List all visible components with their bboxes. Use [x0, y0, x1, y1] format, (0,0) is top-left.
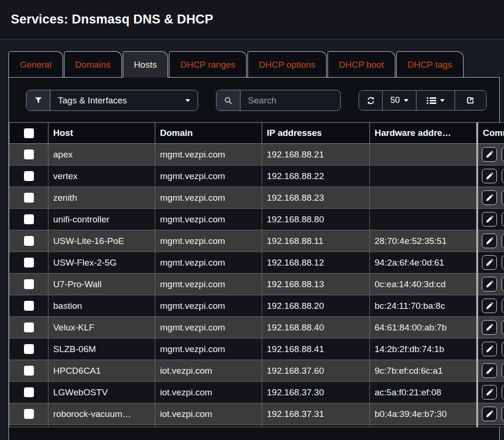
- tab-label: DHCP boot: [339, 60, 384, 70]
- table-row: Velux-KLF mgmt.vezpi.com 192.168.88.40 6…: [9, 317, 504, 338]
- column-header-domain[interactable]: Domain: [155, 123, 262, 144]
- hardware-cell: [370, 144, 478, 165]
- column-selector-dropdown[interactable]: [416, 91, 455, 110]
- column-header-ip[interactable]: IP addresses: [262, 123, 370, 144]
- host-cell: unifi-controller: [48, 209, 155, 230]
- host-cell: bastion: [48, 295, 155, 317]
- edit-button[interactable]: [482, 147, 497, 162]
- hardware-cell: [370, 165, 478, 187]
- refresh-icon: [367, 96, 375, 105]
- tab-general[interactable]: General: [8, 51, 63, 77]
- row-checkbox[interactable]: [24, 344, 34, 354]
- row-checkbox[interactable]: [24, 301, 34, 311]
- column-header-host[interactable]: Host: [48, 123, 155, 144]
- copy-button[interactable]: [502, 385, 504, 400]
- hardware-cell: 0c:ea:14:40:3d:cd: [370, 274, 478, 295]
- copy-button[interactable]: [502, 190, 504, 205]
- host-cell: USW-Flex-2-5G: [48, 252, 155, 274]
- table-row-partial: [9, 425, 504, 427]
- copy-button[interactable]: [502, 407, 504, 421]
- copy-button[interactable]: [502, 320, 504, 335]
- edit-button[interactable]: [482, 407, 497, 421]
- edit-button[interactable]: [482, 277, 497, 291]
- copy-button[interactable]: [502, 342, 504, 356]
- tab-label: Domains: [75, 60, 111, 70]
- pencil-icon: [486, 194, 494, 202]
- domain-cell: mgmt.vezpi.com: [155, 144, 262, 165]
- tab-domains[interactable]: Domains: [64, 51, 122, 77]
- tab-dhcp-boot[interactable]: DHCP boot: [328, 51, 395, 77]
- table-row: apex mgmt.vezpi.com 192.168.88.21: [9, 144, 504, 165]
- host-cell: HPCD6CA1: [48, 360, 155, 382]
- host-cell: SLZB-06M: [48, 338, 155, 360]
- pencil-icon: [486, 172, 494, 180]
- copy-button[interactable]: [502, 212, 504, 227]
- copy-button[interactable]: [502, 277, 504, 291]
- ip-cell: 192.168.37.31: [262, 403, 370, 425]
- hardware-cell: bc:24:11:70:ba:8c: [370, 295, 478, 317]
- hardware-cell: ac:5a:f0:21:ef:08: [370, 382, 478, 403]
- table-header-row: Host Domain IP addresses Hardware addre……: [9, 123, 504, 144]
- ip-cell: 192.168.88.40: [262, 317, 370, 338]
- select-all-checkbox[interactable]: [24, 128, 34, 138]
- filter-dropdown[interactable]: Tags & Interfaces: [26, 90, 198, 111]
- edit-button[interactable]: [482, 320, 497, 335]
- row-checkbox[interactable]: [24, 149, 34, 159]
- row-checkbox[interactable]: [24, 322, 34, 332]
- copy-button[interactable]: [502, 169, 504, 183]
- row-checkbox[interactable]: [24, 279, 34, 289]
- table-row: USW-Flex-2-5G mgmt.vezpi.com 192.168.88.…: [9, 252, 504, 274]
- tab-dhcp-ranges[interactable]: DHCP ranges: [169, 51, 247, 77]
- refresh-button[interactable]: [359, 91, 383, 110]
- pencil-icon: [486, 323, 494, 331]
- ip-cell: 192.168.88.13: [262, 274, 370, 295]
- edit-button[interactable]: [482, 169, 497, 183]
- pencil-icon: [486, 259, 494, 267]
- table-row: HPCD6CA1 iot.vezpi.com 192.168.37.60 9c:…: [9, 360, 504, 382]
- chevron-down-icon: [185, 99, 190, 102]
- page-size-dropdown[interactable]: 50: [383, 91, 416, 110]
- edit-button[interactable]: [482, 299, 497, 313]
- edit-button[interactable]: [482, 234, 497, 248]
- select-all-header: [9, 123, 48, 144]
- row-checkbox[interactable]: [24, 366, 34, 376]
- search-input[interactable]: [240, 90, 340, 110]
- row-checkbox[interactable]: [24, 258, 34, 267]
- copy-button[interactable]: [502, 363, 504, 378]
- ip-cell: 192.168.37.60: [262, 360, 370, 382]
- pencil-icon: [486, 367, 494, 375]
- export-button[interactable]: [455, 91, 486, 110]
- copy-button[interactable]: [502, 234, 504, 248]
- edit-button[interactable]: [482, 212, 497, 227]
- column-header-hardware[interactable]: Hardware addre…: [370, 123, 478, 144]
- search-icon[interactable]: [216, 90, 240, 110]
- row-checkbox[interactable]: [24, 409, 34, 419]
- table-row: bastion mgmt.vezpi.com 192.168.88.20 bc:…: [9, 295, 504, 317]
- copy-button[interactable]: [502, 299, 504, 313]
- ip-cell: 192.168.88.41: [262, 338, 370, 360]
- row-checkbox[interactable]: [24, 171, 34, 181]
- table-row: zenith mgmt.vezpi.com 192.168.88.23: [9, 187, 504, 209]
- tab-dhcp-options[interactable]: DHCP options: [248, 51, 327, 77]
- edit-button[interactable]: [482, 363, 497, 378]
- row-checkbox[interactable]: [24, 214, 34, 224]
- tab-dhcp-tags[interactable]: DHCP tags: [396, 51, 464, 77]
- table-row: roborock-vacuum… iot.vezpi.com 192.168.3…: [9, 403, 504, 425]
- row-checkbox[interactable]: [24, 387, 34, 397]
- ip-cell: 192.168.88.21: [262, 144, 370, 165]
- edit-button[interactable]: [482, 255, 497, 270]
- columns-list-icon: [427, 97, 436, 104]
- edit-button[interactable]: [482, 190, 497, 205]
- edit-button[interactable]: [482, 342, 497, 356]
- edit-button[interactable]: [482, 385, 497, 400]
- domain-cell: mgmt.vezpi.com: [155, 317, 262, 338]
- tab-hosts[interactable]: Hosts: [123, 51, 168, 77]
- row-checkbox[interactable]: [24, 193, 34, 203]
- host-cell: Velux-KLF: [48, 317, 155, 338]
- copy-button[interactable]: [502, 255, 504, 270]
- row-checkbox[interactable]: [24, 236, 34, 246]
- copy-button[interactable]: [502, 147, 504, 162]
- hardware-cell: [370, 209, 478, 230]
- hardware-cell: 14:2b:2f:db:74:1b: [370, 338, 478, 360]
- filter-selected-value: Tags & Interfaces: [58, 95, 127, 106]
